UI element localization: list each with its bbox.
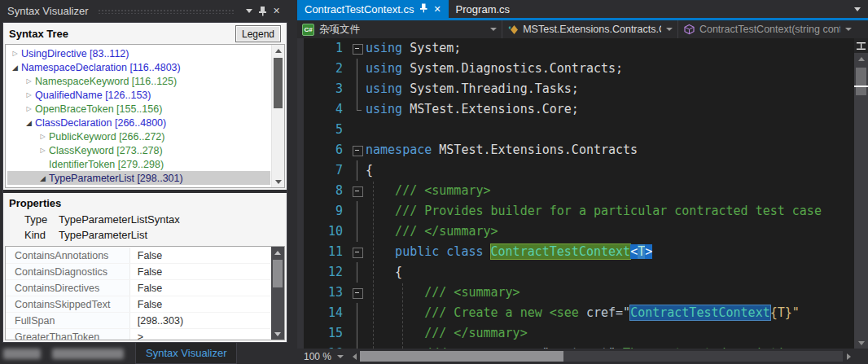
code-line[interactable]: 1using System; bbox=[297, 38, 854, 59]
navbar-dropdown-1[interactable]: C#杂项文件 bbox=[297, 20, 502, 38]
code-line[interactable]: 7{ bbox=[297, 160, 854, 181]
line-number[interactable]: 3 bbox=[297, 79, 349, 99]
property-grid-scrollbar-thumb[interactable] bbox=[273, 260, 283, 287]
line-number[interactable]: 6 bbox=[297, 140, 349, 160]
horizontal-scrollbar[interactable] bbox=[360, 351, 843, 362]
scroll-down-icon[interactable] bbox=[272, 176, 284, 187]
line-number[interactable]: 1 bbox=[297, 38, 349, 59]
document-tab[interactable]: Program.cs bbox=[449, 0, 517, 18]
pin-button[interactable] bbox=[256, 4, 270, 18]
fold-collapse-button[interactable] bbox=[349, 38, 366, 59]
code-line[interactable]: 13 /// <summary> bbox=[297, 283, 854, 303]
line-number[interactable]: 4 bbox=[297, 99, 349, 120]
fold-collapse-button[interactable] bbox=[349, 242, 366, 262]
navbar-dropdown-3[interactable]: ContractTestContext(string contra bbox=[678, 20, 868, 38]
vertical-scrollbar[interactable] bbox=[854, 38, 868, 349]
line-number[interactable]: 5 bbox=[297, 120, 349, 140]
tree-item[interactable]: ▷UsingDirective [83..112) bbox=[7, 46, 270, 60]
code-line[interactable]: 15 /// </summary> bbox=[297, 323, 854, 344]
expander-collapsed-icon[interactable]: ▷ bbox=[9, 50, 21, 57]
property-grid-row[interactable]: ContainsAnnotationsFalse bbox=[6, 248, 270, 264]
property-grid-row[interactable]: ContainsDiagnosticsFalse bbox=[6, 264, 270, 280]
line-number[interactable]: 10 bbox=[297, 221, 349, 242]
fold-collapse-button[interactable] bbox=[349, 181, 366, 201]
legend-button[interactable]: Legend bbox=[235, 25, 281, 42]
tree-item[interactable]: ◢TypeParameterList [298..301) bbox=[7, 171, 270, 185]
blurred-tool-tab[interactable] bbox=[3, 349, 41, 359]
line-number[interactable]: 7 bbox=[297, 160, 349, 181]
code-token: { bbox=[366, 163, 373, 178]
code-line[interactable]: 12 { bbox=[297, 262, 854, 283]
expander-expanded-icon[interactable]: ◢ bbox=[9, 64, 21, 72]
line-number[interactable]: 8 bbox=[297, 181, 349, 201]
vertical-scrollbar-thumb[interactable] bbox=[856, 68, 866, 95]
line-number[interactable]: 13 bbox=[297, 283, 349, 303]
fold-collapse-button[interactable] bbox=[349, 283, 366, 303]
line-number[interactable]: 9 bbox=[297, 201, 349, 221]
code-line[interactable]: 11 public class ContractTestContext<T> bbox=[297, 242, 854, 262]
expander-expanded-icon[interactable]: ◢ bbox=[23, 119, 35, 127]
code-line[interactable]: 3using System.Threading.Tasks; bbox=[297, 79, 854, 99]
tree-item[interactable]: ▷QualifiedName [126..153) bbox=[7, 88, 270, 102]
tree-item[interactable]: ▷ClassKeyword [273..278) bbox=[7, 143, 270, 157]
line-number[interactable]: 14 bbox=[297, 303, 349, 323]
code-line[interactable]: 4using MSTest.Extensions.Core; bbox=[297, 99, 854, 120]
expander-collapsed-icon[interactable]: ▷ bbox=[23, 77, 35, 85]
tab-list-dropdown-button[interactable] bbox=[847, 0, 868, 18]
code-line[interactable]: 8 /// <summary> bbox=[297, 181, 854, 201]
line-number[interactable]: 2 bbox=[297, 59, 349, 79]
line-number[interactable]: 15 bbox=[297, 323, 349, 344]
fold-margin bbox=[349, 221, 366, 242]
tree-scrollbar[interactable] bbox=[271, 45, 284, 187]
syntax-tree[interactable]: ▷UsingDirective [83..112)◢NamespaceDecla… bbox=[5, 44, 285, 188]
window-position-button[interactable] bbox=[242, 4, 256, 18]
scroll-left-icon[interactable] bbox=[349, 353, 360, 360]
blurred-tool-tab[interactable] bbox=[52, 349, 124, 359]
property-grid-row[interactable]: ContainsSkippedTextFalse bbox=[6, 296, 270, 313]
fold-collapse-button[interactable] bbox=[349, 140, 366, 160]
scroll-right-icon[interactable] bbox=[843, 353, 854, 360]
scroll-up-icon[interactable] bbox=[854, 53, 868, 64]
expander-collapsed-icon[interactable]: ▷ bbox=[37, 133, 49, 140]
code-editor[interactable]: 1using System;2using System.Diagnostics.… bbox=[297, 38, 854, 349]
document-tab[interactable]: ContractTestContext.cs✕ bbox=[297, 0, 449, 18]
tree-item[interactable]: ▷PublicKeyword [266..272) bbox=[7, 129, 270, 143]
property-grid-row[interactable]: FullSpan[298..303) bbox=[6, 313, 270, 329]
expander-collapsed-icon[interactable]: ▷ bbox=[23, 105, 35, 112]
tree-item[interactable]: IdentifierToken [279..298) bbox=[7, 157, 270, 171]
line-number[interactable]: 11 bbox=[297, 242, 349, 262]
tree-item[interactable]: ◢ClassDeclaration [266..4800) bbox=[7, 116, 270, 129]
code-line[interactable]: 2using System.Diagnostics.Contracts; bbox=[297, 59, 854, 79]
property-grid-row[interactable]: ContainsDirectivesFalse bbox=[6, 280, 270, 296]
scroll-up-icon[interactable] bbox=[271, 247, 284, 258]
split-editor-handle[interactable] bbox=[854, 38, 868, 53]
pin-button[interactable] bbox=[419, 3, 427, 15]
tree-item[interactable]: ▷OpenBraceToken [155..156) bbox=[7, 102, 270, 116]
expander-expanded-icon[interactable]: ◢ bbox=[37, 174, 49, 182]
close-tab-button[interactable]: ✕ bbox=[433, 5, 441, 14]
tool-tab-syntax-visualizer[interactable]: Syntax Visualizer bbox=[135, 343, 237, 364]
property-grid[interactable]: ContainsAnnotationsFalseContainsDiagnost… bbox=[5, 246, 285, 340]
code-line[interactable]: 9 /// Provides builder for a particular … bbox=[297, 201, 854, 221]
code-line[interactable]: 5 bbox=[297, 120, 854, 140]
tree-item[interactable]: ▷NamespaceKeyword [116..125) bbox=[7, 74, 270, 88]
code-line[interactable]: 14 /// Create a new <see cref="ContractT… bbox=[297, 303, 854, 323]
expander-collapsed-icon[interactable]: ▷ bbox=[23, 91, 35, 99]
property-grid-scrollbar[interactable] bbox=[271, 247, 284, 340]
code-line[interactable]: 6namespace MSTest.Extensions.Contracts bbox=[297, 140, 854, 160]
expander-collapsed-icon[interactable]: ▷ bbox=[37, 147, 49, 154]
zoom-control[interactable]: 100 % bbox=[297, 351, 349, 362]
property-value: > bbox=[130, 331, 143, 340]
tree-item[interactable]: ◢NamespaceDeclaration [116..4803) bbox=[7, 60, 270, 74]
line-number[interactable]: 12 bbox=[297, 262, 349, 283]
scroll-down-icon[interactable] bbox=[271, 328, 284, 340]
close-button[interactable]: ✕ bbox=[270, 4, 283, 18]
panel-titlebar[interactable]: Syntax Visualizer ✕ bbox=[0, 0, 290, 21]
property-grid-row[interactable]: GreaterThanToken> bbox=[6, 329, 270, 340]
code-line[interactable]: 10 /// </summary> bbox=[297, 221, 854, 242]
scroll-up-icon[interactable] bbox=[272, 45, 284, 56]
tree-scrollbar-thumb[interactable] bbox=[274, 58, 283, 108]
horizontal-scrollbar-thumb[interactable] bbox=[360, 351, 563, 362]
scroll-down-icon[interactable] bbox=[854, 337, 868, 349]
navbar-dropdown-2[interactable]: MSTest.Extensions.Contracts.Cont bbox=[502, 20, 678, 38]
